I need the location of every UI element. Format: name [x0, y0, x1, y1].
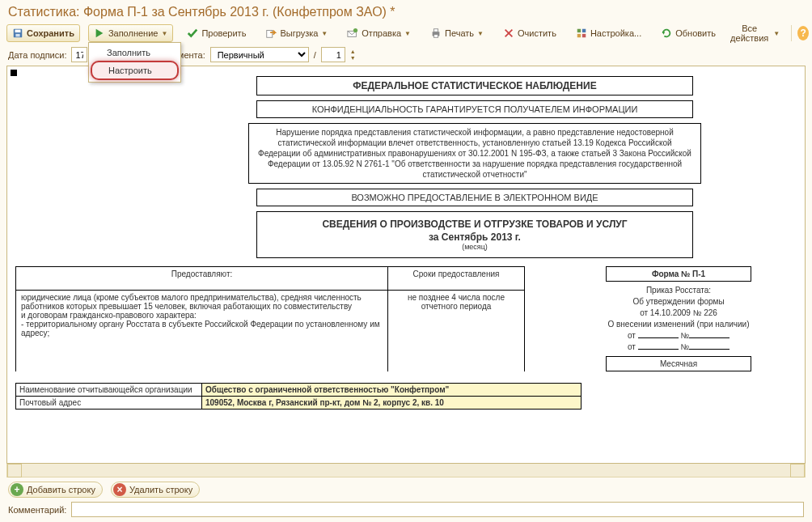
delete-row-label: Удалить строку [129, 485, 192, 494]
spinner-down-icon[interactable]: ▼ [350, 55, 356, 62]
num-input[interactable] [321, 47, 345, 62]
doc-heading-1: ФЕДЕРАЛЬНОЕ СТАТИСТИЧЕСКОЕ НАБЛЮДЕНИЕ [256, 76, 693, 95]
clear-button[interactable]: Очистить [497, 24, 562, 42]
chevron-down-icon: ▼ [161, 30, 167, 37]
clear-icon [503, 28, 514, 39]
chevron-down-icon: ▼ [321, 30, 328, 37]
doc-type-select[interactable]: Первичный [210, 47, 309, 62]
add-row-button[interactable]: + Добавить строку [8, 482, 103, 498]
export-button[interactable]: Выгрузка ▼ [260, 24, 333, 42]
refresh-label: Обновить [675, 28, 716, 38]
separator [791, 25, 792, 41]
cell-provide: юридические лица (кроме субъектов малого… [16, 291, 388, 371]
save-button[interactable]: Сохранить [6, 24, 80, 42]
doc-heading-4: СВЕДЕНИЯ О ПРОИЗВОДСТВЕ И ОТГРУЗКЕ ТОВАР… [256, 211, 693, 258]
settings-label: Настройка... [590, 28, 641, 38]
col-terms: Сроки предоставления [388, 267, 525, 291]
svg-rect-13 [582, 29, 586, 32]
refresh-icon [661, 28, 672, 39]
form-info-panel: Форма № П-1 Приказ Росстата: Об утвержде… [606, 266, 751, 371]
chevron-down-icon: ▼ [404, 30, 411, 37]
comment-row: Комментарий: [0, 502, 812, 522]
send-button[interactable]: Отправка ▼ [341, 24, 417, 42]
check-icon [187, 28, 198, 39]
bottom-toolbar: + Добавить строку × Удалить строку [0, 477, 812, 502]
date-input[interactable] [71, 47, 87, 62]
fill-dropdown-menu: Заполнить Настроить [88, 42, 181, 83]
menu-item-fill[interactable]: Заполнить [91, 45, 179, 61]
col-provide: Предоставляют: [16, 267, 388, 291]
form-period: Месячная [606, 356, 751, 371]
fill-label: Заполнение [108, 28, 159, 38]
check-button[interactable]: Проверить [181, 24, 252, 42]
fill-button[interactable]: Заполнение ▼ [88, 24, 173, 42]
page-title: Статистика: Форма П-1 за Сентябрь 2013 г… [0, 0, 812, 23]
provide-table: Предоставляют: Сроки предоставления юрид… [15, 266, 525, 371]
plus-icon: + [11, 483, 23, 496]
check-label: Проверить [201, 28, 246, 38]
doc-warning: Нарушение порядка представления статисти… [248, 123, 701, 184]
svg-marker-3 [96, 29, 104, 38]
doc-heading-2: КОНФИДЕНЦИАЛЬНОСТЬ ГАРАНТИРУЕТСЯ ПОЛУЧАТ… [256, 100, 693, 118]
main-toolbar: Сохранить Заполнение ▼ Заполнить Настрои… [0, 23, 812, 44]
doc-h4c: (месяц) [264, 243, 686, 251]
all-actions-button[interactable]: Все действия ▼ [723, 24, 785, 42]
chevron-down-icon: ▼ [477, 30, 484, 37]
svg-rect-8 [433, 29, 438, 32]
slash: / [314, 50, 316, 60]
svg-rect-14 [577, 34, 581, 37]
add-row-label: Добавить строку [27, 485, 95, 494]
print-button[interactable]: Печать ▼ [425, 24, 489, 42]
addr-value[interactable]: 109052, Москва г, Рязанский пр-кт, дом №… [202, 397, 582, 410]
save-label: Сохранить [27, 28, 74, 38]
svg-rect-2 [15, 34, 19, 37]
delete-row-button[interactable]: × Удалить строку [111, 482, 200, 498]
save-icon [12, 28, 23, 39]
export-label: Выгрузка [280, 28, 318, 38]
date-label: Дата подписи: [8, 50, 66, 60]
svg-point-6 [353, 28, 357, 32]
clear-label: Очистить [518, 28, 556, 38]
addr-label: Почтовый адрес [16, 397, 202, 410]
settings-button[interactable]: Настройка... [570, 24, 647, 42]
play-icon [94, 28, 105, 39]
doc-h4b: за Сентябрь 2013 г. [264, 231, 686, 243]
doc-heading-3: ВОЗМОЖНО ПРЕДОСТАВЛЕНИЕ В ЭЛЕКТРОННОМ ВИ… [256, 189, 693, 206]
gear-icon [576, 28, 587, 39]
comment-input[interactable] [71, 502, 804, 517]
form-body: Приказ Росстата: Об утверждении формы от… [606, 282, 751, 356]
send-label: Отправка [362, 28, 401, 38]
svg-rect-15 [582, 34, 586, 37]
horizontal-scrollbar[interactable] [6, 464, 806, 477]
org-value[interactable]: Общество с ограниченной ответственностью… [202, 384, 582, 397]
export-icon [265, 28, 277, 39]
chevron-down-icon: ▼ [773, 30, 780, 37]
anchor-icon [11, 70, 17, 76]
svg-rect-9 [433, 35, 438, 38]
x-icon: × [113, 483, 126, 496]
refresh-button[interactable]: Обновить [655, 24, 721, 42]
comment-label: Комментарий: [8, 505, 66, 515]
menu-item-configure[interactable]: Настроить [91, 61, 179, 80]
all-actions-label: Все действия [729, 23, 770, 43]
print-icon [430, 28, 442, 39]
document-area[interactable]: ФЕДЕРАЛЬНОЕ СТАТИСТИЧЕСКОЕ НАБЛЮДЕНИЕ КО… [6, 66, 806, 464]
svg-rect-4 [267, 31, 273, 38]
org-table: Наименование отчитывающейся организации … [15, 383, 582, 410]
svg-rect-1 [15, 30, 21, 33]
cell-terms: не позднее 4 числа после отчетного перио… [388, 291, 525, 371]
form-number: Форма № П-1 [606, 266, 751, 282]
spinner-up-icon[interactable]: ▲ [350, 49, 356, 55]
org-label: Наименование отчитывающейся организации [16, 384, 202, 397]
help-icon[interactable]: ? [797, 26, 809, 40]
doc-h4a: СВЕДЕНИЯ О ПРОИЗВОДСТВЕ И ОТГРУЗКЕ ТОВАР… [264, 219, 686, 230]
send-icon [347, 28, 358, 39]
svg-rect-12 [577, 29, 581, 32]
print-label: Печать [445, 28, 474, 38]
